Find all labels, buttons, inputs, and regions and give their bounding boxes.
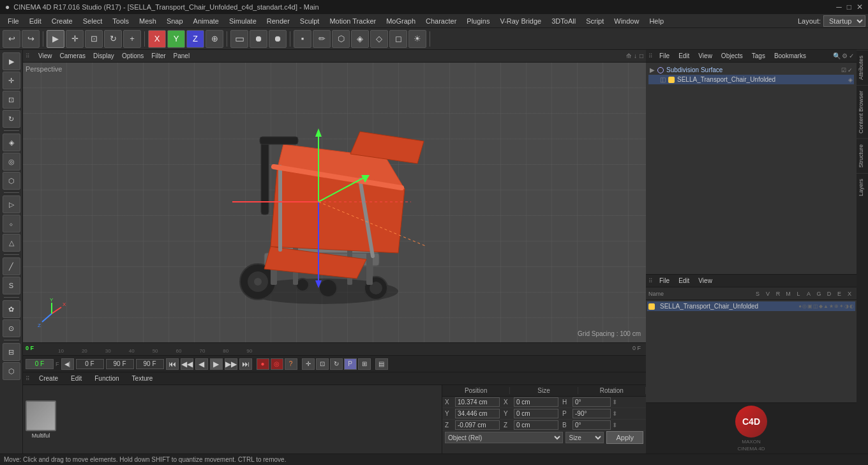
rotate-tool-button[interactable]: ↻ [104, 30, 122, 48]
move-key-button[interactable]: ✛ [302, 358, 315, 370]
viewport-menu-display[interactable]: Display [91, 52, 116, 59]
left-tool13-button[interactable]: ✿ [3, 300, 20, 318]
left-select-button[interactable]: ▶ [3, 52, 20, 70]
left-tool8-button[interactable]: ▷ [3, 195, 20, 213]
key-all-button[interactable]: ⊞ [358, 358, 371, 370]
cube-button[interactable]: ▪ [294, 30, 311, 48]
menu-snap[interactable]: Snap [161, 16, 188, 26]
menu-script[interactable]: Script [581, 16, 609, 26]
left-tool5-button[interactable]: ◈ [3, 133, 20, 151]
left-tool12-button[interactable]: S [3, 277, 20, 294]
menu-tools[interactable]: Tools [107, 16, 134, 26]
obj-mgr-close-icon[interactable]: ✓ [849, 52, 854, 59]
lamp-button[interactable]: ☀ [408, 30, 426, 48]
viewport-menu-view[interactable]: View [36, 52, 54, 59]
material-texture-tab[interactable]: Texture [128, 374, 157, 383]
key-tangent-button[interactable]: ↻ [330, 358, 343, 370]
prop-icon-9[interactable]: ✦ [839, 303, 844, 309]
menu-render[interactable]: Render [262, 16, 295, 26]
menu-help[interactable]: Help [644, 16, 669, 26]
prev-key-button[interactable]: ◀◀ [181, 358, 193, 370]
menu-mograph[interactable]: MoGraph [381, 16, 421, 26]
obj-bottom-sella[interactable]: SELLA_Transport_Chair_Unfolded ● ◎ ▣ ◫ ◆… [647, 301, 855, 311]
prop-icon-3[interactable]: ▣ [807, 303, 812, 309]
sella-tag-icon[interactable]: ◈ [848, 77, 853, 83]
next-frame-button[interactable]: ▶▶ [225, 358, 237, 370]
obj-item-sella[interactable]: ◫ SELLA_Transport_Chair_Unfolded ◈ [648, 75, 854, 84]
z-axis-button[interactable]: Z [186, 30, 204, 48]
viewport[interactable]: Perspective [23, 63, 646, 342]
menu-mesh[interactable]: Mesh [134, 16, 161, 26]
left-tool14-button[interactable]: ⊙ [3, 319, 20, 337]
obj-mgr-settings-icon[interactable]: ⚙ [842, 52, 848, 59]
attributes-tab[interactable]: Attributes [857, 50, 868, 85]
content-browser-tab[interactable]: Content Browser [857, 85, 868, 139]
menu-character[interactable]: Character [421, 16, 461, 26]
render-view-button[interactable]: ⏺ [250, 30, 267, 48]
redo-button[interactable]: ↪ [22, 30, 40, 48]
left-tool7-button[interactable]: ⬡ [3, 172, 20, 190]
world-axis-button[interactable]: ⊕ [206, 30, 223, 48]
maximize-button[interactable]: □ [847, 3, 851, 11]
menu-plugins[interactable]: Plugins [461, 16, 495, 26]
nurbs-button[interactable]: ⬡ [332, 30, 350, 48]
deformer-button[interactable]: ◈ [351, 30, 369, 48]
timeline-mode-button[interactable]: ▤ [375, 358, 388, 370]
menu-simulate[interactable]: Simulate [224, 16, 262, 26]
viewport-menu-filter[interactable]: Filter [149, 52, 167, 59]
auto-key-button[interactable]: ◎ [271, 358, 283, 370]
render-all-button[interactable]: ⏺ [269, 30, 287, 48]
play-button[interactable]: ▶ [210, 358, 223, 370]
render-region-button[interactable]: ▭ [230, 30, 248, 48]
size-z-input[interactable] [514, 420, 558, 430]
obj-mgr-file[interactable]: File [657, 51, 672, 61]
left-tool6-button[interactable]: ◎ [3, 153, 20, 171]
obj-mgr-view[interactable]: View [696, 51, 715, 61]
y-axis-button[interactable]: Y [167, 30, 185, 48]
material-edit-tab[interactable]: Edit [67, 374, 86, 383]
menu-create[interactable]: Create [47, 16, 78, 26]
prop-icon-10[interactable]: ◑ [844, 303, 849, 309]
viewport-menu-panel[interactable]: Panel [172, 52, 192, 59]
left-rotate-button[interactable]: ↻ [3, 110, 20, 128]
left-layers-button[interactable]: ⊟ [3, 343, 20, 361]
obj-mgr-search-icon[interactable]: 🔍 [833, 52, 841, 59]
close-button[interactable]: ✕ [857, 3, 863, 11]
obj-bottom-view[interactable]: View [696, 276, 715, 286]
add-tool-button[interactable]: + [123, 30, 141, 48]
apply-button[interactable]: Apply [606, 431, 643, 444]
camera-button[interactable]: ◻ [389, 30, 407, 48]
select-tool-button[interactable]: ▶ [47, 30, 64, 48]
undo-button[interactable]: ↩ [3, 30, 20, 48]
left-tool10-button[interactable]: △ [3, 234, 20, 252]
scale-tool-button[interactable]: ⊡ [85, 30, 103, 48]
end-frame-input2[interactable] [136, 359, 164, 369]
pos-z-input[interactable] [455, 420, 500, 430]
last-frame-button[interactable]: ⏭ [239, 358, 252, 370]
key-mode-button[interactable]: P [344, 358, 357, 370]
size-x-input[interactable] [514, 397, 558, 407]
left-scale-button[interactable]: ⊡ [3, 91, 20, 109]
current-frame-input[interactable] [26, 359, 54, 369]
obj-bottom-file[interactable]: File [657, 276, 672, 286]
pen-button[interactable]: ✏ [313, 30, 331, 48]
left-tool11-button[interactable]: ╱ [3, 257, 20, 275]
material-function-tab[interactable]: Function [91, 374, 123, 383]
menu-sculpt[interactable]: Sculpt [295, 16, 325, 26]
move-tool-button[interactable]: ✛ [66, 30, 84, 48]
prop-icon-1[interactable]: ● [798, 303, 802, 309]
prop-icon-6[interactable]: ▲ [823, 303, 828, 309]
prop-icon-5[interactable]: ◆ [819, 303, 823, 309]
menu-select[interactable]: Select [78, 16, 108, 26]
record-button[interactable]: ● [257, 358, 269, 370]
first-frame-button[interactable]: ⏮ [166, 358, 179, 370]
obj-mgr-tags[interactable]: Tags [749, 51, 768, 61]
prop-icon-7[interactable]: ★ [829, 303, 834, 309]
size-y-input[interactable] [514, 409, 558, 418]
viewport-icon-fullscreen[interactable]: □ [640, 52, 643, 59]
rot-b-input[interactable] [572, 420, 611, 430]
layout-select[interactable]: Startup [823, 15, 865, 27]
prev-frame-button[interactable]: ◀ [195, 358, 208, 370]
rot-p-stepper[interactable]: ⬍ [612, 410, 617, 417]
menu-edit[interactable]: Edit [24, 16, 47, 26]
